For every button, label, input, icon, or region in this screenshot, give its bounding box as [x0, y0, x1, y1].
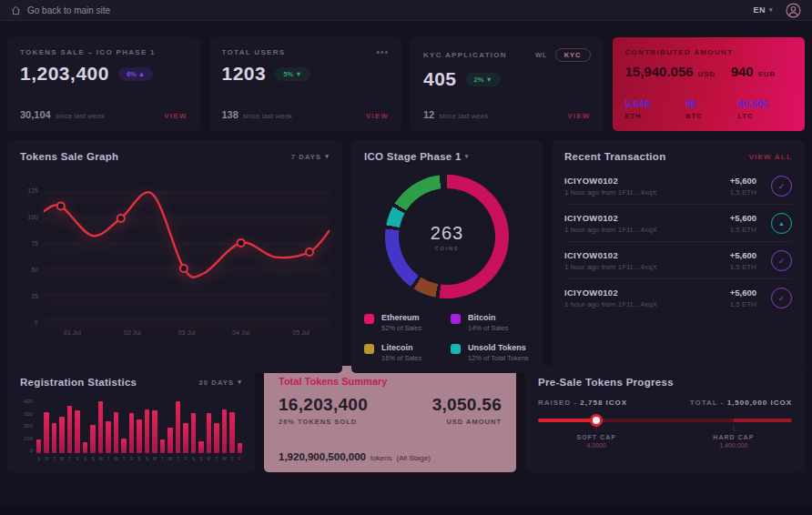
legend-label: Ethereum	[381, 313, 421, 322]
charts-row: Tokens Sale Graph 7 DAYS ▾ 1251007550250…	[7, 140, 805, 357]
all-stage-total-note: (All Stage)	[397, 454, 431, 462]
triangle-icon: ▲	[771, 213, 792, 234]
legend-label: Litecoin	[381, 343, 421, 352]
home-icon	[11, 5, 21, 15]
bar-chart-bars	[36, 399, 242, 453]
slider-handle[interactable]	[590, 414, 603, 427]
raised-label: RAISED - 2,758 ICOX	[538, 399, 627, 407]
bar	[238, 443, 242, 453]
raised-key: RAISED -	[538, 399, 577, 407]
chevron-down-icon: ▾	[465, 153, 469, 160]
main-content: TOKENS SALE – ICO PHASE 1 1,203,400 6% ▲…	[0, 21, 812, 466]
tx-eth: 1.5 ETH	[730, 300, 756, 308]
chevron-down-icon: ▾	[769, 6, 773, 14]
raised-value: 2,758 ICOX	[580, 399, 627, 407]
registration-title: Registration Statistics	[20, 377, 137, 388]
legend-label: Unsold Tokens	[468, 343, 529, 352]
hard-cap-marker	[733, 425, 734, 431]
total-users-week-value: 138	[222, 109, 239, 120]
tokens-sale-week-label: since last week	[56, 112, 105, 120]
tokens-sale-label: TOKENS SALE – ICO PHASE 1	[20, 48, 156, 56]
bar	[75, 410, 79, 453]
contributed-amount-card: CONTRIBUTED AMOUNT 15,940.056 USD 940 EU…	[613, 37, 806, 131]
unsold-tokens-swatch	[451, 344, 461, 354]
topbar: Go back to main site EN ▾	[0, 0, 812, 21]
bar	[44, 412, 48, 453]
line-chart: 1251007550250	[20, 187, 330, 326]
view-all-link[interactable]: VIEW ALL	[748, 153, 792, 161]
kyc-badge: 2% ▼	[466, 73, 501, 86]
user-avatar-icon[interactable]	[786, 3, 801, 18]
legend-sub: 16% of Sales	[381, 354, 421, 362]
presale-title: Pre-Sale Tokens Progress	[538, 377, 792, 388]
tokens-sale-view-link[interactable]: VIEW	[164, 112, 187, 120]
bar	[83, 442, 87, 453]
legend-label: Bitcoin	[468, 313, 508, 322]
eur-unit: EUR	[758, 70, 776, 78]
kyc-label: KYC APPLICATION	[423, 51, 507, 59]
back-to-main-site-link[interactable]: Go back to main site	[11, 5, 110, 15]
all-stage-total-unit: tokens	[370, 454, 392, 462]
dots-menu-icon[interactable]: •••	[376, 51, 389, 55]
bottom-row: Registration Statistics 30 DAYS ▾ 400300…	[7, 366, 805, 466]
ico-stage-dropdown[interactable]: ICO Stage Phase 1 ▾	[364, 151, 469, 162]
tx-amount: +5,600	[730, 288, 756, 298]
kyc-value: 405	[423, 68, 457, 90]
total-value: 1,500,000 ICOX	[727, 399, 792, 407]
tx-time: 1 hour ago from 1F1t....4xqX	[564, 263, 730, 271]
litecoin-swatch	[364, 344, 374, 354]
soft-cap-value: 4,0000	[576, 442, 615, 449]
transaction-row[interactable]: ICIYOW0102 1 hour ago from 1F1t....4xqX …	[564, 204, 792, 241]
chevron-down-icon: ▾	[238, 379, 242, 386]
btc-value: 96	[685, 98, 702, 109]
recent-transaction-title: Recent Transaction	[564, 151, 666, 162]
bar	[152, 410, 157, 453]
bar	[36, 439, 41, 453]
total-users-badge: 5% ▼	[275, 67, 310, 81]
back-label: Go back to main site	[27, 5, 110, 15]
transaction-row[interactable]: ICIYOW0102 1 hour ago from 1F1t....4xqX …	[564, 241, 792, 278]
bar	[114, 412, 118, 453]
language-label: EN	[753, 5, 766, 15]
transaction-list: ICIYOW0102 1 hour ago from 1F1t....4xqX …	[564, 167, 792, 316]
kyc-tab[interactable]: KYC	[555, 48, 591, 62]
tx-eth: 1.5 ETH	[730, 263, 756, 271]
wl-tab[interactable]: WL	[535, 51, 548, 59]
presale-progress-panel: Pre-Sale Tokens Progress RAISED - 2,758 …	[525, 366, 805, 472]
usd-unit: USD	[698, 70, 716, 78]
language-selector[interactable]: EN ▾	[753, 5, 773, 15]
dashboard-page: Go back to main site EN ▾ TOKENS SALE – …	[0, 0, 812, 515]
usd-amount-label: USD AMOUNT	[432, 418, 502, 426]
tx-amount: +5,600	[730, 176, 756, 186]
stats-row: TOKENS SALE – ICO PHASE 1 1,203,400 6% ▲…	[7, 37, 805, 131]
legend-item-ethereum: Ethereum 52% of Sales	[364, 313, 443, 332]
soft-cap-label: SOFT CAP 4,0000	[576, 434, 615, 449]
range-label: 7 DAYS	[291, 153, 322, 161]
transaction-row[interactable]: ICIYOW0102 1 hour ago from 1F1t....4xqX …	[564, 167, 792, 204]
legend-item-unsold: Unsold Tokens 12% of Total Tokens	[451, 343, 530, 362]
bar	[198, 441, 203, 453]
tx-id: ICIYOW0102	[564, 250, 730, 260]
bar	[160, 439, 165, 453]
total-users-view-link[interactable]: VIEW	[366, 112, 389, 120]
line-chart-y-axis: 1251007550250	[20, 187, 44, 326]
hard-cap-label: HARD CAP 1,400,000	[713, 434, 754, 449]
tokens-sold-label: 26% TOKENS SOLD	[279, 418, 368, 426]
ltc-value: 40.506	[737, 98, 768, 109]
registration-range-dropdown[interactable]: 30 DAYS ▾	[198, 379, 242, 387]
ico-donut-chart: 263 COINS	[385, 175, 509, 298]
transaction-row[interactable]: ICIYOW0102 1 hour ago from 1F1t....4xqX …	[564, 278, 792, 316]
legend-item-litecoin: Litecoin 16% of Sales	[364, 343, 443, 362]
bar	[207, 413, 211, 453]
total-tokens-summary-card: Total Tokens Summary 16,203,400 26% TOKE…	[264, 366, 516, 472]
kyc-view-link[interactable]: VIEW	[567, 112, 590, 120]
bar-chart: 4003002001000	[20, 399, 242, 453]
tokens-graph-range-dropdown[interactable]: 7 DAYS ▾	[291, 153, 330, 161]
bar	[145, 409, 149, 453]
presale-progress-slider[interactable]: SOFT CAP 4,0000 HARD CAP 1,400,000	[538, 419, 792, 422]
total-users-label: TOTAL USERS	[222, 48, 286, 56]
bar	[214, 423, 218, 453]
check-icon: ✓	[771, 288, 792, 308]
tx-eth: 1.5 ETH	[730, 226, 756, 234]
tx-amount: +5,600	[730, 250, 756, 260]
